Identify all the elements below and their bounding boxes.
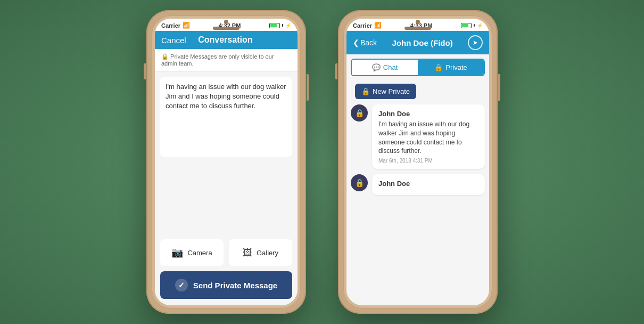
private-tab-label: Private (445, 63, 467, 71)
time-1: 4:32 PM (219, 22, 241, 29)
message-text-1: I'm having an issue with our dog walker … (378, 120, 478, 156)
phone-2: Carrier 📶 4:33 PM ⚡ ❮ Back Joh (338, 10, 498, 314)
message-textarea[interactable]: I'm having an issue with our dog walker … (160, 77, 292, 157)
battery-1 (269, 23, 280, 28)
side-button-right-2 (498, 74, 500, 101)
time-2: 4:33 PM (410, 22, 433, 29)
check-circle-icon: ✓ (175, 279, 188, 291)
camera-button[interactable]: 📷 Camera (160, 239, 224, 266)
tab-private[interactable]: 🔒 Private (418, 60, 484, 75)
camera-label: Camera (187, 249, 212, 257)
chat-tab-label: Chat (383, 63, 398, 71)
battery-2 (461, 23, 472, 28)
camera-icon: 📷 (171, 247, 183, 258)
private-tab-icon: 🔒 (434, 63, 443, 71)
status-right-1: ⚡ (269, 23, 291, 28)
new-private-btn-container: 🔒 New Private (351, 79, 485, 101)
back-arrow-icon: ❮ (353, 38, 359, 47)
avatar-1: 🔒 (351, 104, 368, 122)
tab-chat[interactable]: 💬 Chat (352, 60, 418, 75)
wifi-icon-2: 📶 (374, 22, 382, 29)
gallery-button[interactable]: 🖼 Gallery (229, 239, 292, 266)
message-bubble-1: John Doe I'm having an issue with our do… (372, 104, 485, 169)
screen-content-2: 💬 Chat 🔒 Private 🔒 New Private (346, 54, 489, 305)
side-button-left-2 (335, 63, 337, 79)
back-button[interactable]: ❮ Back (353, 38, 377, 47)
media-buttons: 📷 Camera 🖼 Gallery (160, 239, 292, 266)
status-bar-1: Carrier 📶 4:32 PM ⚡ (155, 19, 298, 31)
phone-1: Carrier 📶 4:32 PM ⚡ Cancel Conversation (146, 10, 306, 314)
gallery-icon: 🖼 (243, 247, 252, 258)
nav-bar-1: Cancel Conversation (155, 31, 298, 49)
status-right-2: ⚡ (461, 23, 483, 28)
send-label: Send Private Message (193, 281, 277, 290)
battery-fill-1 (270, 24, 277, 27)
cancel-button[interactable]: Cancel (161, 36, 186, 45)
message-sender-2: John Doe (378, 180, 478, 188)
wifi-icon-1: 📶 (183, 22, 190, 29)
messages-area: 🔒 John Doe I'm having an issue with our … (346, 102, 489, 305)
new-private-label: New Private (373, 87, 410, 95)
screen-content-1: 🔒 Private Messages are only visible to o… (155, 49, 298, 305)
message-bubble-2: John Doe (372, 174, 485, 195)
privacy-text: 🔒 Private Messages are only visible to o… (161, 53, 291, 67)
new-private-button[interactable]: 🔒 New Private (355, 84, 416, 99)
privacy-notice: 🔒 Private Messages are only visible to o… (155, 49, 298, 71)
chat-tab-icon: 💬 (372, 63, 381, 71)
back-label: Back (360, 38, 377, 47)
avatar-lock-icon-1: 🔒 (355, 109, 364, 117)
send-private-button[interactable]: ✓ Send Private Message (160, 271, 292, 299)
message-row-2: 🔒 John Doe (351, 174, 485, 195)
tab-bar: 💬 Chat 🔒 Private (351, 59, 485, 76)
status-bar-2: Carrier 📶 4:33 PM ⚡ (346, 19, 489, 31)
avatar-2: 🔒 (351, 174, 368, 191)
status-left-1: Carrier 📶 (161, 22, 190, 29)
message-row-1: 🔒 John Doe I'm having an issue with our … (351, 104, 485, 169)
nav-title-2: John Doe (Fido) (392, 38, 452, 47)
message-content: I'm having an issue with our dog walker … (166, 83, 286, 110)
battery-tip-1 (282, 24, 283, 27)
nav-bar-2: ❮ Back John Doe (Fido) ➤ (346, 31, 489, 54)
carrier-label-1: Carrier (161, 22, 180, 29)
gallery-label: Gallery (257, 249, 278, 257)
new-private-lock-icon: 🔒 (361, 87, 370, 95)
side-button-left (144, 63, 146, 79)
battery-fill-2 (462, 24, 468, 27)
send-icon-button[interactable]: ➤ (468, 35, 483, 50)
message-time-1: Mar 6th, 2018 4:31 PM (378, 158, 478, 164)
battery-tip-2 (474, 24, 475, 27)
avatar-lock-icon-2: 🔒 (355, 179, 364, 187)
side-button-right (307, 74, 309, 101)
status-left-2: Carrier 📶 (353, 22, 382, 29)
message-sender-1: John Doe (378, 110, 478, 118)
carrier-label-2: Carrier (353, 22, 372, 29)
nav-title-1: Conversation (198, 35, 252, 45)
spacer (155, 162, 298, 239)
